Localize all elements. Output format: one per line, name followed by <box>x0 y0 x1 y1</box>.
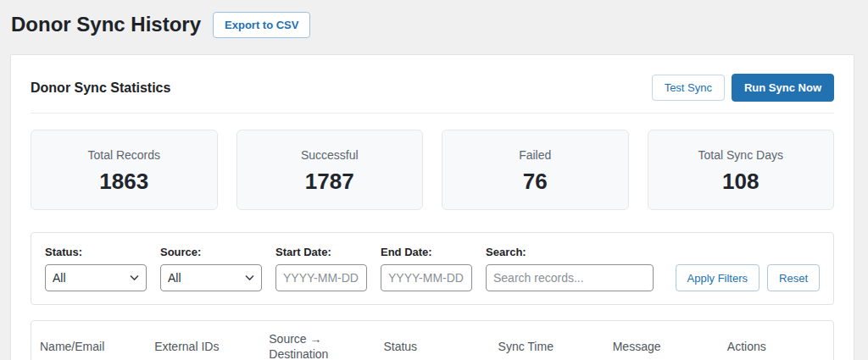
stat-failed: Failed 76 <box>442 130 629 210</box>
status-label: Status: <box>45 246 147 258</box>
test-sync-button[interactable]: Test Sync <box>652 75 725 101</box>
page-header: Donor Sync History Export to CSV <box>0 0 868 38</box>
table-header-row: Name/Email External IDs Source → Destina… <box>31 321 833 360</box>
column-header-message: Message <box>604 339 719 354</box>
filter-group-search: Search: <box>486 246 654 291</box>
card-title: Donor Sync Statistics <box>31 80 170 96</box>
stat-value: 76 <box>451 169 620 194</box>
filter-group-status: Status: All <box>45 246 147 291</box>
end-date-input[interactable] <box>381 264 472 291</box>
run-sync-now-button[interactable]: Run Sync Now <box>732 74 834 102</box>
stat-label: Successful <box>246 148 415 162</box>
stat-label: Total Records <box>40 148 209 162</box>
filter-group-end-date: End Date: <box>381 246 472 291</box>
stat-label: Total Sync Days <box>657 148 826 162</box>
stat-successful: Successful 1787 <box>236 130 424 210</box>
column-header-source-destination: Source → Destination <box>260 331 375 360</box>
source-select[interactable]: All <box>160 264 262 291</box>
status-select[interactable]: All <box>45 264 147 291</box>
status-select-wrap: All <box>45 264 147 291</box>
source-select-wrap: All <box>160 264 262 291</box>
page-title: Donor Sync History <box>11 11 201 38</box>
sync-statistics-card: Donor Sync Statistics Test Sync Run Sync… <box>10 54 854 360</box>
filter-group-source: Source: All <box>160 246 262 291</box>
divider <box>31 113 834 114</box>
apply-filters-button[interactable]: Apply Filters <box>676 264 760 291</box>
filter-actions: Apply Filters Reset <box>676 264 821 291</box>
start-date-label: Start Date: <box>275 246 367 258</box>
export-csv-button[interactable]: Export to CSV <box>213 12 310 38</box>
column-header-name-email: Name/Email <box>31 339 146 354</box>
source-label: Source: <box>160 246 262 258</box>
column-header-status: Status <box>375 339 489 354</box>
stat-total-records: Total Records 1863 <box>31 130 218 210</box>
card-header-actions: Test Sync Run Sync Now <box>652 74 834 102</box>
stats-row: Total Records 1863 Successful 1787 Faile… <box>31 130 834 210</box>
column-header-external-ids: External IDs <box>146 339 260 354</box>
search-input[interactable] <box>486 264 654 291</box>
stat-total-sync-days: Total Sync Days 108 <box>648 130 835 210</box>
reset-button[interactable]: Reset <box>767 264 820 291</box>
filter-bar: Status: All Source: All <box>31 232 834 305</box>
column-header-actions: Actions <box>719 339 833 354</box>
stat-label: Failed <box>451 148 620 162</box>
column-header-sync-time: Sync Time <box>490 339 604 354</box>
stat-value: 108 <box>657 169 826 194</box>
sync-history-table: Name/Email External IDs Source → Destina… <box>31 320 834 360</box>
search-label: Search: <box>486 246 654 258</box>
stat-value: 1787 <box>246 169 415 194</box>
start-date-input[interactable] <box>275 264 367 291</box>
stat-value: 1863 <box>40 169 209 194</box>
card-header: Donor Sync Statistics Test Sync Run Sync… <box>31 74 834 102</box>
filter-group-start-date: Start Date: <box>275 246 367 291</box>
end-date-label: End Date: <box>381 246 472 258</box>
